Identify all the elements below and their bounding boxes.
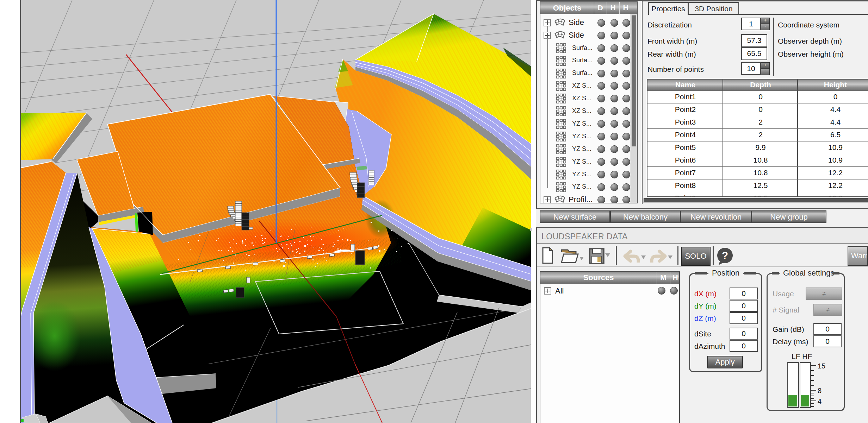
svg-text:8: 8 xyxy=(818,387,822,394)
svg-text:4: 4 xyxy=(818,397,822,405)
svg-text:?: ? xyxy=(722,250,728,261)
svg-text:15: 15 xyxy=(818,362,825,370)
